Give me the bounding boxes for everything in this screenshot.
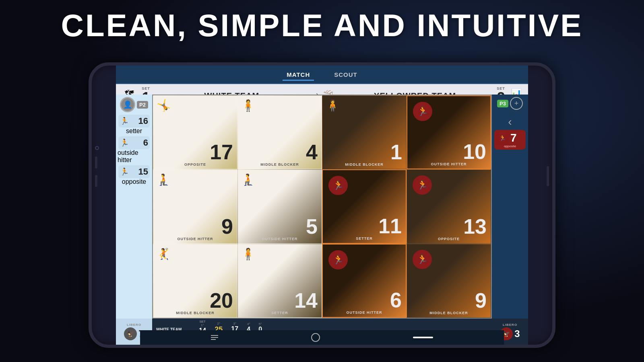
player-14-role: SETTER [242,311,318,315]
player-15-figure: 🏃 [120,167,129,176]
player-16-role: setter [126,128,142,135]
libero-right-label: LIBERO [503,323,517,327]
player-15-number: 15 [130,167,148,177]
court-player-9-left[interactable]: 🧎 9 OUTSIDE HITTER [153,169,237,243]
player-9-right-circle: 🏃 [413,250,432,269]
page-title: CLEAN, SIMPLE AND INTUITIVE [0,7,644,44]
player-14-figure-icon: 🧍 [241,247,255,261]
player-9-left-role: OUTSIDE HITTER [157,237,233,241]
set-1-number: SET [199,320,206,323]
court-player-9-right[interactable]: 🏃 9 MIDDLE BLOCKER [407,244,491,318]
side-buttons-right [547,166,549,186]
volume-up-button [95,156,97,169]
libero-left-avatar: 🦅 [124,327,137,340]
player-16-number: 16 [130,116,148,126]
player-15-role: opposite [122,178,147,185]
court-player-4[interactable]: 🧍 4 MIDDLE BLOCKER [237,95,322,169]
left-player-avatar[interactable]: 👤 [120,97,135,112]
player-7-circle: 🏃 [496,132,509,144]
player-1-role: MIDDLE BLOCKER [326,162,402,167]
player-10-circle: 🏃 [413,102,432,121]
player-20-number: 20 [210,290,233,311]
player-17-role: OPPOSITE [157,162,233,167]
left-player-15-wrap: 🏃 15 opposite [118,165,150,185]
player-9-left-number: 9 [221,216,233,237]
left-player-15-card[interactable]: 🏃 15 [118,165,150,178]
left-player-6-card[interactable]: 🏃 6 [118,136,150,149]
player-16-figure: 🏃 [120,117,129,125]
camera-button [95,146,99,150]
set-4-deg: 4° [247,322,250,326]
player-9-left-figure-icon: 🧎 [157,173,171,186]
court-player-14[interactable]: 🧍 14 SETTER [237,244,322,318]
player-10-role: OUTSIDE HITTER [411,162,486,166]
right-player-panel: P3 + ‹ 🏃 7 opposite [492,95,528,319]
set-3-deg: 3° [233,322,236,325]
back-button[interactable]: ‹ [508,115,512,128]
player-13-role: OPPOSITE [411,237,487,241]
player-17-number: 17 [210,142,233,162]
player-4-role: MIDDLE BLOCKER [242,162,318,167]
recents-nav-button[interactable] [413,337,433,338]
set-5-deg: 5° [259,322,262,326]
tab-match[interactable]: MATCH [283,70,314,81]
court-player-13[interactable]: 🏃 13 OPPOSITE [407,169,491,243]
back-nav-button[interactable] [211,335,218,340]
phone-frame: MATCH SCOUT 🗺 MAP SET 1 WHITE TEAM ⇄ 🏐 Y… [89,62,555,348]
top-navigation: MATCH SCOUT [116,66,528,84]
court-area: 🤸 17 OPPOSITE 🧍 4 MIDDLE BLOCKER 🧍 1 MID… [152,95,492,319]
player-9-right-role: MIDDLE BLOCKER [411,311,487,315]
court-player-5[interactable]: 🧎 5 OUTSIDE HITTER [237,169,322,243]
player-6-right-circle: 🏃 [328,250,348,269]
player-11-circle: 🏃 [328,176,348,195]
tab-scout[interactable]: SCOUT [330,70,361,81]
player-11-role: SETTER [327,237,402,241]
libero-right-number: 3 [514,328,520,339]
set-1-deg: 1° [201,323,204,327]
player-4-figure-icon: 🧍 [241,99,255,112]
home-nav-button[interactable] [311,333,320,342]
player-5-figure-icon: 🧎 [241,173,255,186]
left-player-16-wrap: 🏃 16 setter [118,115,150,135]
phone-screen: MATCH SCOUT 🗺 MAP SET 1 WHITE TEAM ⇄ 🏐 Y… [116,66,528,345]
player-7-role: opposite [504,144,516,148]
court-player-11[interactable]: 🏃 11 SETTER [322,169,407,243]
player-5-role: OUTSIDE HITTER [242,237,318,241]
court-player-1[interactable]: 🧍 1 MIDDLE BLOCKER [322,95,407,169]
left-player-panel: 👤 P2 🏃 16 setter 🏃 6 outside hitter [116,95,152,319]
court-player-17[interactable]: 🤸 17 OPPOSITE [153,95,237,169]
player-4-number: 4 [306,142,318,162]
libero-left-label: LIBERO [127,323,141,327]
player-17-figure-icon: 🤸 [157,99,171,112]
power-button [547,166,549,186]
court-player-6-right[interactable]: 🏃 6 OUTSIDE HITTER [322,244,407,318]
left-player-16-card[interactable]: 🏃 16 [118,115,150,128]
volume-down-button [95,175,97,187]
p2-badge: P2 [137,101,148,109]
player-20-figure-icon: 🤾 [157,247,171,261]
player-6-right-role: OUTSIDE HITTER [327,311,402,315]
set-2-deg: 2° [217,322,220,325]
player-1-figure-icon: 🧍 [326,99,340,112]
court-player-20[interactable]: 🤾 20 MIDDLE BLOCKER [153,244,237,318]
right-player-7-card[interactable]: 🏃 7 opposite [494,130,526,150]
player-6-role: outside hitter [118,149,151,164]
player-6-number: 6 [130,138,148,148]
left-player-6-wrap: 🏃 6 outside hitter [118,136,151,164]
player-13-circle: 🏃 [413,175,432,195]
player-6-figure: 🏃 [120,138,129,147]
court-player-10[interactable]: 🏃 10 OUTSIDE HITTER [407,95,491,169]
side-buttons-left [95,146,99,187]
player-7-number: 7 [510,132,517,144]
add-player-button[interactable]: + [510,97,523,110]
phone-nav-bar [140,330,504,345]
player-20-role: MIDDLE BLOCKER [157,311,233,315]
p3-badge: P3 [497,100,508,107]
